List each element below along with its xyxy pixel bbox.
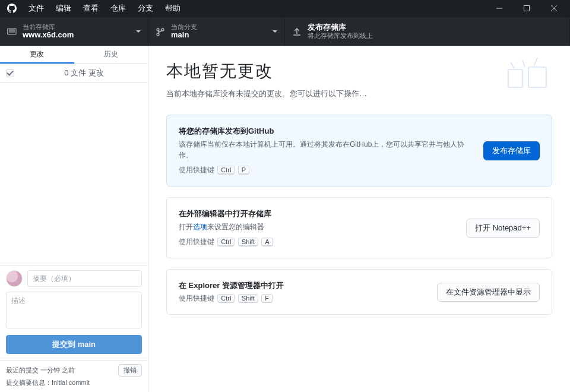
window-controls: [486, 0, 568, 17]
kbd: Shift: [238, 238, 258, 246]
menu-branch[interactable]: 分支: [132, 1, 159, 16]
sidebar: 更改 历史 0 文件 更改 提交到 main 最近的提交 一分钟 之前: [0, 46, 148, 392]
branch-label: 当前分支: [171, 23, 197, 31]
files-list-empty: [0, 83, 148, 265]
card-publish: 将您的存储库发布到GitHub 该存储库当前仅在本地计算机上可用。通过将其发布在…: [166, 115, 552, 186]
repo-icon: [7, 27, 17, 36]
card-explorer-title: 在 Explorer 资源管理器中打开: [179, 280, 426, 291]
toolbar: 当前存储库 www.x6d.com 当前分支 main 发布存储库 将此存储库发…: [0, 17, 570, 46]
tab-changes[interactable]: 更改: [0, 46, 74, 63]
commit-form: 提交到 main: [0, 265, 148, 360]
publish-sub: 将此存储库发布到线上: [308, 32, 373, 40]
commit-summary-input[interactable]: [27, 270, 142, 287]
svg-rect-0: [524, 6, 530, 11]
files-count: 0 文件 更改: [26, 68, 142, 78]
svg-rect-2: [528, 67, 546, 87]
card-open-editor: 在外部编辑器中打开存储库 打开选项来设置您的编辑器 使用快捷键 Ctrl Shi…: [166, 197, 552, 258]
github-logo-icon: [7, 4, 17, 13]
current-repo-dropdown[interactable]: 当前存储库 www.x6d.com: [0, 17, 148, 46]
undo-button[interactable]: 撤销: [118, 364, 142, 377]
files-header: 0 文件 更改: [0, 64, 148, 83]
page-subtitle: 当前本地存储库没有未提交的更改。您可以进行以下操作…: [166, 88, 552, 99]
kbd: Shift: [238, 294, 258, 303]
publish-repo-button[interactable]: 发布存储库: [483, 141, 540, 160]
publish-title: 发布存储库: [308, 23, 373, 32]
card-editor-title: 在外部编辑器中打开存储库: [179, 208, 455, 219]
window-close-button[interactable]: [540, 0, 568, 17]
branch-value: main: [171, 31, 197, 40]
menu-edit[interactable]: 编辑: [50, 1, 77, 16]
menu-repository[interactable]: 仓库: [104, 1, 132, 16]
titlebar: 文件 编辑 查看 仓库 分支 帮助: [0, 0, 570, 17]
sidebar-tabs: 更改 历史: [0, 46, 148, 64]
commit-button[interactable]: 提交到 main: [6, 335, 142, 354]
kbd: Ctrl: [217, 238, 235, 246]
commit-msg-value: Initial commit: [52, 378, 90, 388]
recent-commit-time: 一分钟 之前: [40, 365, 75, 375]
kbd: Ctrl: [217, 294, 235, 303]
kbd: Ctrl: [217, 166, 235, 175]
select-all-checkbox[interactable]: [6, 69, 14, 77]
kbd: F: [261, 294, 273, 303]
window-minimize-button[interactable]: [486, 0, 513, 17]
kbd: P: [238, 166, 249, 175]
card-publish-title: 将您的存储库发布到GitHub: [179, 126, 473, 137]
card-open-explorer: 在 Explorer 资源管理器中打开 使用快捷键 Ctrl Shift F 在…: [166, 269, 552, 315]
avatar: [6, 270, 23, 287]
menu-file[interactable]: 文件: [23, 1, 50, 16]
card-editor-shortcut: 使用快捷键 Ctrl Shift A: [179, 237, 455, 247]
upload-icon: [292, 27, 302, 36]
card-publish-shortcut: 使用快捷键 Ctrl P: [179, 165, 473, 175]
open-editor-button[interactable]: 打开 Notepad++: [466, 219, 540, 238]
recent-commit-status: 最近的提交 一分钟 之前 撤销 提交摘要信息： Initial commit: [0, 360, 148, 392]
current-branch-dropdown[interactable]: 当前分支 main: [148, 17, 285, 46]
menu-help[interactable]: 帮助: [159, 1, 186, 16]
repo-value: www.x6d.com: [23, 31, 74, 40]
menu-bar: 文件 编辑 查看 仓库 分支 帮助: [23, 1, 186, 16]
publish-action[interactable]: 发布存储库 将此存储库发布到线上: [285, 17, 570, 46]
card-explorer-shortcut: 使用快捷键 Ctrl Shift F: [179, 293, 426, 304]
tab-history[interactable]: 历史: [74, 46, 148, 63]
svg-rect-1: [508, 69, 522, 87]
open-explorer-button[interactable]: 在文件资源管理器中显示: [437, 283, 540, 302]
commit-description-input[interactable]: [6, 292, 142, 328]
commit-msg-label: 提交摘要信息：: [6, 378, 52, 388]
chevron-down-icon: [136, 30, 141, 35]
kbd: A: [261, 238, 273, 246]
branch-icon: [156, 27, 165, 36]
chevron-down-icon: [273, 30, 277, 35]
options-link[interactable]: 选项: [193, 223, 207, 231]
recent-commit-label: 最近的提交: [6, 365, 39, 375]
menu-view[interactable]: 查看: [77, 1, 104, 16]
main-panel: 本地暂无更改 当前本地存储库没有未提交的更改。您可以进行以下操作… 将您的存储库…: [148, 46, 570, 392]
card-editor-desc: 打开选项来设置您的编辑器: [179, 222, 455, 232]
page-title: 本地暂无更改: [166, 60, 552, 83]
card-publish-desc: 该存储库当前仅在本地计算机上可用。通过将其发布在GitHub上，您可以共享它并与…: [179, 139, 473, 160]
window-maximize-button[interactable]: [513, 0, 540, 17]
empty-state-illustration: [505, 56, 552, 92]
repo-label: 当前存储库: [23, 23, 74, 31]
